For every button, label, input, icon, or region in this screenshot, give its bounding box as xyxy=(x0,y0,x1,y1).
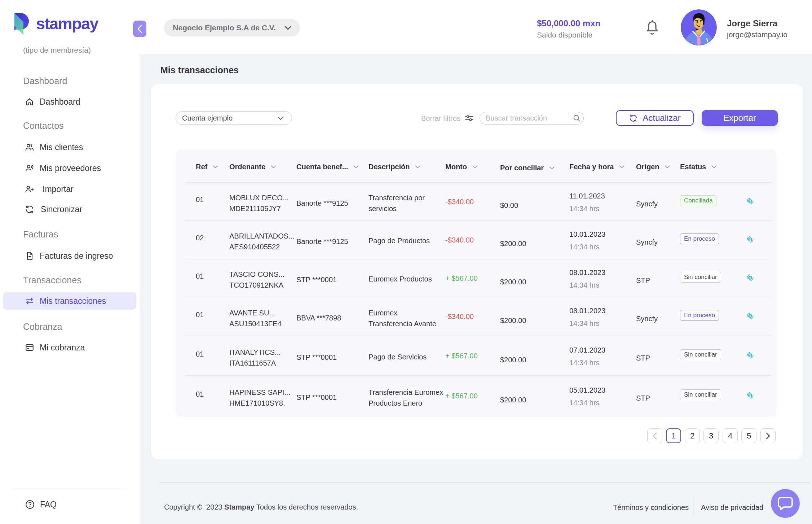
svg-text:$: $ xyxy=(749,314,751,318)
svg-text:$: $ xyxy=(749,394,751,397)
svg-text:$: $ xyxy=(749,276,751,280)
svg-text:$: $ xyxy=(749,238,751,241)
svg-text:$: $ xyxy=(749,354,751,357)
svg-text:$: $ xyxy=(749,200,751,203)
